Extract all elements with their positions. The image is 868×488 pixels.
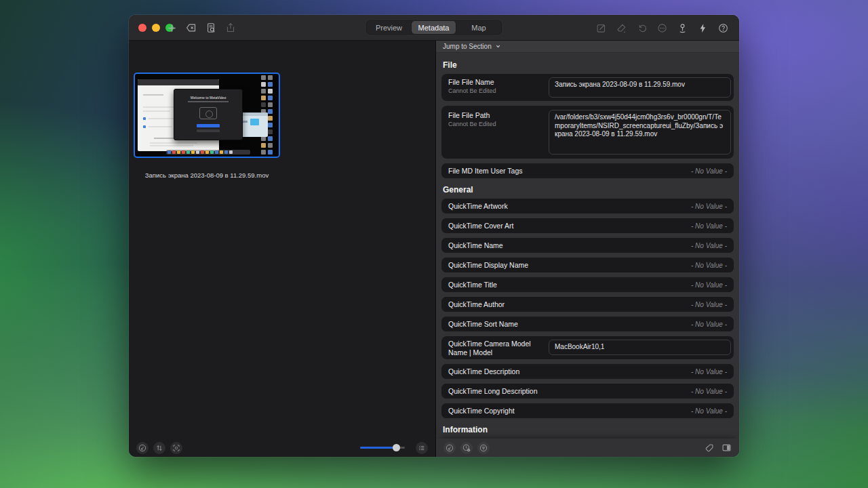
tab-preview[interactable]: Preview	[367, 21, 412, 34]
slider-knob[interactable]	[393, 444, 400, 451]
filter-fields-button[interactable]	[477, 442, 490, 454]
recent-changes-button[interactable]	[460, 442, 473, 454]
field-label: QuickTime Display Name	[448, 261, 528, 269]
no-value-text: - No Value -	[691, 281, 727, 289]
tab-metadata[interactable]: Metadata	[412, 21, 456, 34]
jump-to-section-label: Jump to Section	[443, 43, 492, 50]
no-value-text: - No Value -	[691, 222, 727, 230]
browser-bottom-toolbar	[129, 439, 435, 457]
no-value-text: - No Value -	[691, 321, 727, 328]
minimize-window-button[interactable]	[152, 24, 160, 32]
pointer-mode-button-meta[interactable]	[443, 442, 456, 454]
scan-frame-icon	[172, 444, 180, 452]
tag-icon	[705, 443, 714, 453]
clock-badge-icon	[462, 444, 471, 452]
field-quicktime-sort-name[interactable]: QuickTime Sort Name - No Value -	[441, 317, 734, 331]
help-button[interactable]	[717, 22, 729, 34]
thumbnail-size-slider[interactable]	[360, 444, 405, 452]
sort-order-button[interactable]	[153, 442, 165, 454]
list-view-button[interactable]	[416, 442, 428, 454]
erase-metadata-button[interactable]	[615, 22, 627, 34]
document-search-icon	[205, 22, 216, 33]
field-quicktime-description[interactable]: QuickTime Description - No Value -	[441, 364, 734, 379]
field-label: QuickTime Copyright	[448, 407, 515, 415]
no-value-text: - No Value -	[691, 242, 727, 249]
question-mark-icon	[718, 23, 728, 33]
file-browser-pane: Welcome to MetaVideo Запись экрана 2023-…	[129, 41, 435, 457]
location-pin-button[interactable]	[676, 22, 688, 34]
field-label: QuickTime Author	[448, 300, 505, 308]
list-icon	[418, 444, 426, 452]
remove-file-button[interactable]	[185, 22, 197, 34]
cursor-circle-icon	[446, 444, 454, 452]
share-icon	[225, 22, 236, 33]
view-mode-segmented-control: Preview Metadata Map	[366, 20, 502, 35]
thumb-dock	[166, 150, 250, 155]
field-quicktime-camera-model[interactable]: QuickTime Camera Model Name | Model MacB…	[441, 336, 734, 359]
field-quicktime-name[interactable]: QuickTime Name - No Value -	[441, 238, 734, 253]
field-quicktime-artwork[interactable]: QuickTime Artwork - No Value -	[441, 199, 734, 214]
inspect-file-button[interactable]	[205, 22, 217, 34]
section-header-general: General	[443, 185, 732, 195]
quick-actions-button[interactable]	[696, 22, 709, 34]
camera-model-value-box[interactable]: MacBookAir10,1	[549, 340, 731, 355]
no-value-text: - No Value -	[691, 203, 727, 210]
no-value-text: - No Value -	[691, 388, 727, 395]
tab-map[interactable]: Map	[456, 21, 501, 34]
delete-left-icon	[186, 22, 197, 33]
field-label: QuickTime Camera Model Name | Model	[448, 340, 550, 357]
undo-button[interactable]	[635, 22, 648, 34]
edit-icon	[596, 23, 606, 33]
add-file-button[interactable]	[165, 22, 178, 34]
filter-circle-icon	[479, 444, 488, 452]
jump-to-section-menu[interactable]: Jump to Section	[436, 41, 739, 53]
eraser-icon	[616, 23, 627, 33]
field-file-md-item-user-tags[interactable]: File MD Item User Tags - No Value -	[441, 163, 734, 178]
section-header-information: Information	[443, 425, 732, 434]
field-label: QuickTime Cover Art	[448, 222, 513, 230]
file-thumbnail-selected[interactable]: Welcome to MetaVideo	[134, 73, 280, 158]
field-label: QuickTime Description	[448, 367, 519, 375]
section-header-file: File	[443, 60, 732, 70]
file-path-value-box[interactable]: /var/folders/b3/sxw4j50d44jcm0hg3rs6v_br…	[549, 110, 731, 155]
no-value-text: - No Value -	[691, 301, 727, 308]
field-quicktime-title[interactable]: QuickTime Title - No Value -	[441, 277, 734, 292]
tags-button[interactable]	[705, 443, 714, 453]
field-quicktime-cover-art[interactable]: QuickTime Cover Art - No Value -	[441, 218, 734, 233]
field-quicktime-copyright[interactable]: QuickTime Copyright - No Value -	[441, 403, 734, 418]
close-window-button[interactable]	[138, 24, 146, 32]
field-quicktime-author[interactable]: QuickTime Author - No Value -	[441, 297, 734, 312]
ellipsis-circle-icon	[657, 23, 667, 33]
field-file-file-path[interactable]: File File Path Cannot Be Edited /var/fol…	[441, 106, 734, 159]
toggle-sidebar-button[interactable]	[722, 443, 732, 453]
edit-metadata-button[interactable]	[595, 22, 607, 34]
sidebar-icon	[722, 443, 732, 453]
scan-view-button[interactable]	[170, 442, 182, 454]
plus-icon	[167, 23, 177, 33]
pointer-mode-button[interactable]	[136, 442, 149, 454]
field-file-file-name[interactable]: File File Name Cannot Be Edited Запись э…	[441, 74, 734, 101]
field-quicktime-long-description[interactable]: QuickTime Long Description - No Value -	[441, 384, 734, 399]
field-label: QuickTime Sort Name	[448, 320, 518, 328]
no-value-text: - No Value -	[691, 262, 727, 269]
slider-fill	[360, 447, 396, 449]
file-item[interactable]: Welcome to MetaVideo Запись экрана 2023-…	[134, 73, 280, 179]
field-label: QuickTime Long Description	[448, 387, 538, 395]
undo-icon	[637, 23, 647, 33]
field-label: File MD Item User Tags	[448, 167, 523, 175]
no-value-text: - No Value -	[691, 407, 727, 415]
no-value-text: - No Value -	[691, 167, 727, 175]
field-quicktime-display-name[interactable]: QuickTime Display Name - No Value -	[441, 258, 734, 272]
desktop-wallpaper: { "window": { "titlebar": { "tabs": [ { …	[0, 0, 868, 488]
file-name-value-box[interactable]: Запись экрана 2023-08-09 в 11.29.59.mov	[549, 77, 731, 98]
field-label: QuickTime Artwork	[448, 202, 508, 210]
lightning-bolt-icon	[698, 23, 708, 33]
sort-arrows-icon	[155, 444, 163, 452]
thumb-welcome-dialog: Welcome to MetaVideo	[174, 89, 243, 140]
share-button[interactable]	[224, 22, 237, 34]
no-value-text: - No Value -	[691, 368, 727, 375]
cursor-circle-icon	[138, 444, 146, 452]
more-options-button[interactable]	[656, 22, 668, 34]
chevron-down-icon	[495, 43, 501, 49]
metadata-scroll-area[interactable]: File File File Name Cannot Be Edited Зап…	[436, 54, 739, 439]
